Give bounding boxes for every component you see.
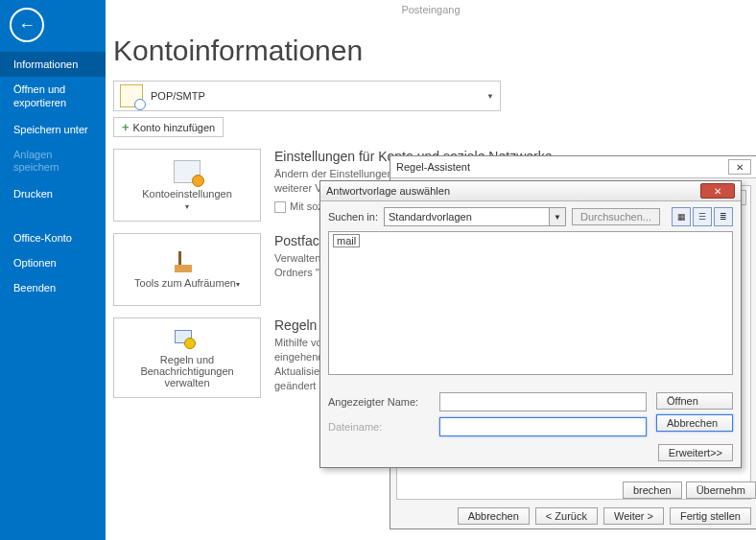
option-box-label: Kontoeinstellungen — [142, 188, 232, 200]
view-large-icon[interactable]: ▦ — [672, 207, 691, 226]
account-icon — [120, 84, 143, 107]
partial-button-strip: brechen Übernehm — [623, 481, 756, 499]
option-box-label: Regeln und Benachrichtigungen verwalten — [120, 354, 254, 388]
dialog-title: Regel-Assistent — [396, 161, 470, 173]
view-list-icon[interactable]: ☰ — [693, 207, 712, 226]
cleanup-icon — [175, 251, 200, 272]
next-button[interactable]: Weiter > — [603, 507, 664, 525]
add-account-label: Konto hinzufügen — [133, 122, 216, 133]
chevron-down-icon: ▼ — [549, 208, 565, 225]
sidebar-item-options[interactable]: Optionen — [0, 250, 106, 275]
window-title-bar: Posteingang — [106, 0, 756, 23]
search-in-label: Suchen in: — [328, 211, 378, 223]
sidebar-item-label: Drucken — [13, 188, 53, 200]
dialog-titlebar: Antwortvorlage auswählen ✕ — [320, 181, 741, 201]
cancel-button[interactable]: Abbrechen — [458, 507, 530, 525]
account-settings-button[interactable]: Kontoeinstellungen▾ — [113, 149, 261, 222]
dialog-titlebar: Regel-Assistent ✕ — [390, 156, 756, 178]
back-button[interactable]: < Zurück — [535, 507, 598, 525]
back-button[interactable]: ← — [10, 8, 44, 42]
rules-icon — [175, 328, 200, 349]
dialog-toolbar: Suchen in: Standardvorlagen ▼ Durchsuche… — [320, 201, 741, 232]
cleanup-tools-button[interactable]: Tools zum Aufräumen▾ — [113, 233, 261, 306]
option-box-label: Tools zum Aufräumen — [134, 277, 236, 289]
sidebar-item-label: Öffnen und exportieren — [13, 83, 66, 108]
browse-button: Durchsuchen... — [572, 208, 660, 225]
rules-button[interactable]: Regeln und Benachrichtigungen verwalten — [113, 317, 261, 398]
sidebar-item-open-export[interactable]: Öffnen und exportieren — [0, 77, 106, 117]
sidebar-item-label: Optionen — [13, 257, 57, 269]
search-in-value: Standardvorlagen — [389, 211, 472, 223]
apply-button-partial[interactable]: Übernehm — [686, 481, 756, 499]
arrow-left-icon: ← — [18, 16, 35, 34]
backstage-sidebar: ← Informationen Öffnen und exportieren S… — [0, 0, 106, 540]
window-title: Posteingang — [401, 4, 460, 15]
finish-button[interactable]: Fertig stellen — [670, 507, 751, 525]
advanced-button[interactable]: Erweitert>> — [658, 444, 733, 461]
account-select[interactable]: POP/SMTP ▼ — [113, 81, 501, 111]
chevron-down-icon: ▼ — [486, 92, 494, 101]
add-account-button[interactable]: + Konto hinzufügen — [113, 117, 224, 137]
dialog-footer: Abbrechen < Zurück Weiter > Fertig stell… — [390, 507, 751, 525]
file-list[interactable]: mail — [328, 231, 733, 375]
display-name-label: Angezeigter Name: — [328, 396, 432, 408]
social-checkbox[interactable] — [274, 201, 286, 213]
sidebar-item-save-as[interactable]: Speichern unter — [0, 117, 106, 142]
sidebar-item-save-attachments: Anlagen speichern — [0, 142, 106, 182]
view-details-icon[interactable]: ≣ — [714, 207, 733, 226]
close-icon[interactable]: ✕ — [728, 159, 751, 175]
cancel-button-partial[interactable]: brechen — [623, 481, 682, 499]
open-button[interactable]: Öffnen — [656, 392, 733, 410]
filename-input[interactable] — [439, 417, 647, 436]
sidebar-item-information[interactable]: Informationen — [0, 52, 106, 77]
account-type: POP/SMTP — [151, 90, 205, 102]
dialog-title: Antwortvorlage auswählen — [326, 185, 450, 197]
sidebar-item-print[interactable]: Drucken — [0, 181, 106, 206]
search-in-select[interactable]: Standardvorlagen ▼ — [384, 207, 566, 226]
cancel-button[interactable]: Abbrechen — [656, 414, 733, 432]
plus-icon: + — [122, 120, 130, 134]
filename-label: Dateiname: — [328, 421, 432, 433]
display-name-input[interactable] — [439, 392, 647, 411]
file-item-mail[interactable]: mail — [333, 234, 360, 247]
sidebar-item-label: Speichern unter — [13, 124, 88, 135]
account-settings-icon — [174, 160, 201, 183]
sidebar-item-label: Beenden — [13, 282, 56, 293]
select-template-dialog: Antwortvorlage auswählen ✕ Suchen in: St… — [319, 180, 742, 468]
sidebar-item-label: Office-Konto — [13, 232, 72, 244]
close-icon[interactable]: ✕ — [700, 183, 735, 199]
sidebar-item-exit[interactable]: Beenden — [0, 275, 106, 300]
chevron-down-icon: ▾ — [236, 280, 240, 289]
sidebar-item-office-account[interactable]: Office-Konto — [0, 225, 106, 250]
chevron-down-icon: ▾ — [185, 202, 189, 211]
sidebar-item-label: Informationen — [13, 59, 78, 70]
sidebar-item-label: Anlagen speichern — [13, 149, 59, 174]
page-title: Kontoinformationen — [113, 35, 756, 67]
